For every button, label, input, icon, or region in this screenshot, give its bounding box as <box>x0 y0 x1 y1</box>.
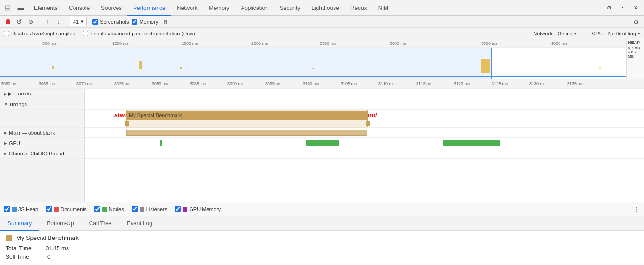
tab-performance[interactable]: Performance <box>127 0 171 16</box>
timings-track-label[interactable]: ▼ Timings <box>0 99 84 110</box>
summary-title-row: My Special Benchmark <box>6 234 638 241</box>
total-time-value: 31.45 ms <box>46 245 69 252</box>
advanced-paint-checkbox[interactable] <box>83 31 88 36</box>
cpu-select[interactable]: CPU: No throttling ▾ <box>592 31 640 36</box>
close-icon[interactable]: ✕ <box>629 1 642 15</box>
js-heap-legend[interactable]: JS Heap <box>4 206 38 212</box>
summary-color-box <box>6 235 12 241</box>
dm-6: 3090 ms <box>227 81 244 86</box>
dock-icon[interactable]: ▬ <box>15 2 26 14</box>
nodes-legend[interactable]: Nodes <box>94 206 124 212</box>
tab-redux[interactable]: Redux <box>345 0 373 16</box>
tab-console[interactable]: Console <box>63 0 95 16</box>
tab-sources[interactable]: Sources <box>95 0 127 16</box>
clear-button[interactable]: ⊘ <box>25 17 36 27</box>
self-time-label: Self Time <box>6 254 29 260</box>
benchmark-bar[interactable]: My Special Benchmark <box>126 111 367 120</box>
nodes-label: Nodes <box>109 206 124 212</box>
bottom-tabs: Summary Bottom-Up Call Tree Event Log <box>0 216 644 231</box>
more-options-icon[interactable]: ⋮ <box>616 1 629 15</box>
self-time-value: 0 <box>47 254 50 260</box>
upload-button[interactable]: ↑ <box>42 17 52 27</box>
overview-timeline[interactable]: 500 ms 1000 ms 1500 ms 2000 ms 2500 ms 3… <box>0 39 644 79</box>
tab-security[interactable]: Security <box>274 0 306 16</box>
record-button[interactable]: ⏺ <box>3 17 13 27</box>
dm-0: 3060 ms <box>1 81 17 86</box>
ruler-4000: 4000 ms <box>551 41 568 46</box>
nodes-checkbox[interactable] <box>94 206 100 212</box>
dm-4: 3080 ms <box>152 81 168 86</box>
memory-checkbox[interactable] <box>132 19 137 25</box>
js-heap-dot <box>12 207 17 212</box>
gpu-memory-legend[interactable]: GPU Memory <box>175 206 221 212</box>
settings-icon[interactable]: ⚙ <box>602 1 616 15</box>
tab-call-tree[interactable]: Call Tree <box>82 216 119 231</box>
disable-js-samples-checkbox[interactable] <box>4 31 9 36</box>
track-area: ▶ ▶ Frames ▼ Timings ▶ Main — about:blan… <box>0 89 644 202</box>
dm-9: 3105 ms <box>341 81 357 86</box>
frames-expand-arrow: ▶ <box>4 92 7 96</box>
benchmark-bar-label: My Special Benchmark <box>129 112 182 118</box>
start-label: start <box>114 111 127 119</box>
memory-checkbox-label[interactable]: Memory <box>132 19 158 25</box>
advanced-paint-label[interactable]: Enable advanced paint instrumentation (s… <box>83 31 195 36</box>
cursor-line <box>368 138 368 148</box>
ruler-1000: 1000 ms <box>112 41 129 46</box>
overview-content[interactable] <box>0 48 644 79</box>
session-selector[interactable]: #1 ▾ <box>70 17 87 26</box>
devtools-icon[interactable]: ⊞ <box>2 2 13 14</box>
settings-gear-icon[interactable]: ⚙ <box>631 17 641 27</box>
divider <box>39 17 39 26</box>
dm-3: 3075 ms <box>114 81 131 86</box>
timing-bar-row[interactable]: start end My Special Benchmark <box>85 110 644 128</box>
dm-11: 3115 ms <box>416 81 433 86</box>
documents-checkbox[interactable] <box>46 206 52 212</box>
main-track-label[interactable]: ▶ Main — about:blank <box>0 128 84 138</box>
timings-label: Timings <box>9 102 27 107</box>
gpu-memory-dot <box>183 207 187 212</box>
gpu-memory-checkbox[interactable] <box>175 206 181 212</box>
self-time-row: Self Time 0 <box>6 253 638 261</box>
download-button[interactable]: ↓ <box>53 17 64 27</box>
screenshots-checkbox[interactable] <box>92 19 98 25</box>
delete-recordings-button[interactable]: 🗑 <box>161 17 170 26</box>
total-time-row: Total Time 31.45 ms <box>6 244 638 253</box>
chrome-child-track-label[interactable]: ▶ Chrome_ChildIOThread <box>0 148 84 159</box>
tab-memory[interactable]: Memory <box>203 0 235 16</box>
end-label: end <box>366 111 377 119</box>
tab-elements[interactable]: Elements <box>28 0 63 16</box>
heap-range: 6.7 MB – 6.7 MB <box>628 46 643 59</box>
tab-event-log[interactable]: Event Log <box>119 216 160 231</box>
disable-js-samples-label[interactable]: Disable JavaScript samples <box>4 31 75 36</box>
dm-5: 3085 ms <box>190 81 206 86</box>
dm-10: 3110 ms <box>378 81 395 86</box>
memory-legend-bar: JS Heap Documents Nodes Listeners GPU Me… <box>0 202 644 216</box>
frames-track-label[interactable]: ▶ ▶ Frames <box>0 89 84 99</box>
gpu-bar-2 <box>306 140 339 146</box>
tab-application[interactable]: Application <box>235 0 274 16</box>
total-time-label: Total Time <box>6 245 32 252</box>
gpu-memory-label: GPU Memory <box>189 206 221 212</box>
listeners-label: Listeners <box>146 206 167 212</box>
nodes-dot <box>102 207 107 212</box>
tab-lighthouse[interactable]: Lighthouse <box>306 0 345 16</box>
documents-legend[interactable]: Documents <box>46 206 87 212</box>
gpu-track-label[interactable]: ▶ GPU <box>0 138 84 148</box>
tab-nim[interactable]: NiM <box>373 0 394 16</box>
screenshots-checkbox-label[interactable]: Screenshots <box>92 19 129 25</box>
listeners-legend[interactable]: Listeners <box>132 206 167 212</box>
js-heap-label: JS Heap <box>18 206 38 212</box>
tab-network[interactable]: Network <box>171 0 203 16</box>
detail-ruler: 3060 ms 3065 ms 3070 ms 3075 ms 3080 ms … <box>0 79 644 89</box>
tab-bottom-up[interactable]: Bottom-Up <box>39 216 81 231</box>
main-task-bar <box>126 130 367 136</box>
js-heap-checkbox[interactable] <box>4 206 10 212</box>
reload-button[interactable]: ↺ <box>14 17 25 27</box>
disable-js-samples-text: Disable JavaScript samples <box>11 31 75 36</box>
selection-overlay[interactable] <box>0 48 492 79</box>
memory-options-button[interactable]: ⋮ <box>634 205 640 213</box>
tab-summary[interactable]: Summary <box>0 216 39 231</box>
main-row <box>85 128 644 138</box>
network-select[interactable]: Network: Online ▾ <box>533 31 577 36</box>
listeners-checkbox[interactable] <box>132 206 138 212</box>
